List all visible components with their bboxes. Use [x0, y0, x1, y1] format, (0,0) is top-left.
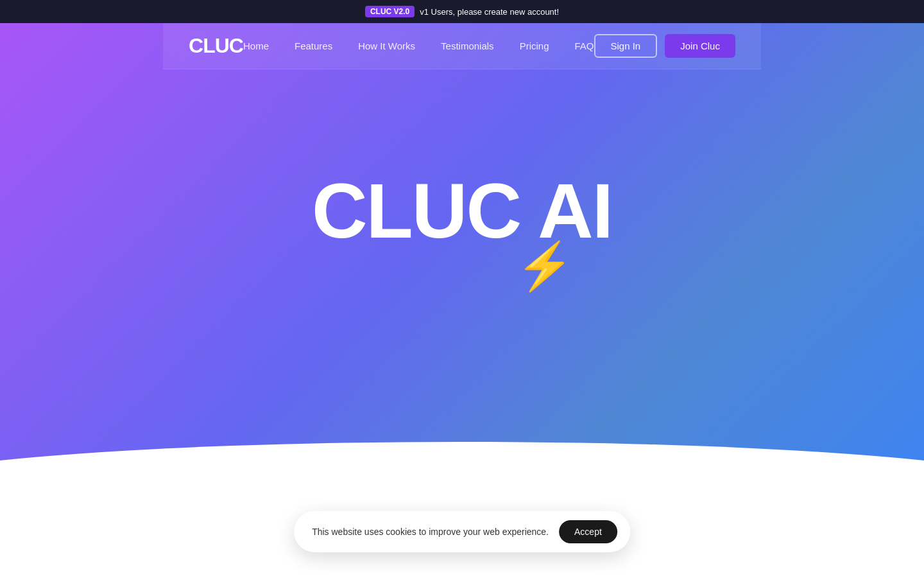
join-button[interactable]: Join Cluc	[665, 34, 735, 58]
navbar: CLUC Home Features How It Works Testimon…	[163, 23, 761, 69]
lightning-icon: ⚡	[516, 243, 574, 289]
nav-pricing[interactable]: Pricing	[520, 40, 549, 51]
nav-testimonials[interactable]: Testimonials	[441, 40, 494, 51]
nav-home[interactable]: Home	[243, 40, 269, 51]
announcement-message: v1 Users, please create new account!	[420, 7, 559, 17]
version-badge: CLUC V2.0	[365, 6, 415, 17]
nav-how-it-works[interactable]: How It Works	[358, 40, 415, 51]
cookie-notice: This website uses cookies to improve you…	[294, 511, 630, 552]
hero-title: CLUC AI	[312, 172, 612, 249]
nav-links: Home Features How It Works Testimonials …	[243, 40, 594, 52]
nav-faq[interactable]: FAQ	[574, 40, 594, 51]
logo[interactable]: CLUC	[189, 34, 243, 58]
cookie-message: This website uses cookies to improve you…	[312, 527, 549, 537]
announcement-bar: CLUC V2.0 v1 Users, please create new ac…	[0, 0, 924, 23]
accept-cookie-button[interactable]: Accept	[559, 520, 617, 543]
nav-actions: Sign In Join Cluc	[594, 34, 735, 58]
hero-content: CLUC AI ⚡	[312, 172, 612, 289]
signin-button[interactable]: Sign In	[594, 34, 658, 58]
nav-features[interactable]: Features	[295, 40, 332, 51]
hero-section: CLUC Home Features How It Works Testimon…	[0, 23, 924, 532]
